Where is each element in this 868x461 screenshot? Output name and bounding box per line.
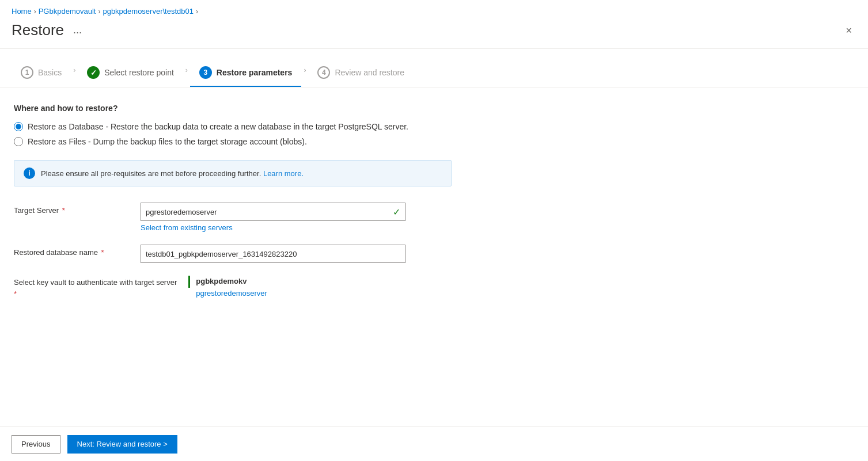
keyvault-name: pgbkpdemokv <box>188 276 267 288</box>
step-restore-point-circle: ✓ <box>87 66 100 79</box>
restore-as-database-label: Restore as Database - Restore the backup… <box>28 122 408 131</box>
step-arrow-2: › <box>183 66 190 74</box>
restore-as-files-option[interactable]: Restore as Files - Dump the backup files… <box>14 137 505 146</box>
restore-as-database-radio[interactable] <box>14 122 23 131</box>
info-message: Please ensure all pre-requisites are met… <box>41 169 261 178</box>
step-restore-params-label: Restore parameters <box>217 68 293 77</box>
breadcrumb-home[interactable]: Home <box>12 7 32 16</box>
step-basics-circle: 1 <box>21 66 33 79</box>
keyvault-label: Select key vault to authenticate with ta… <box>14 276 177 299</box>
page-header: Restore ... × <box>0 19 868 48</box>
target-server-check-icon: ✓ <box>393 207 400 218</box>
step-restore-point-label: Select restore point <box>104 68 174 77</box>
breadcrumb-sep-2: › <box>98 7 100 16</box>
restored-db-name-required: * <box>99 248 104 257</box>
breadcrumb-server[interactable]: pgbkpdemoserver\testdb01 <box>103 7 194 16</box>
keyvault-server-link[interactable]: pgrestoredemoserver <box>188 289 267 298</box>
target-server-value: pgrestoredemoserver <box>146 208 217 216</box>
section-title: Where and how to restore? <box>14 104 505 113</box>
info-icon: i <box>24 167 35 179</box>
breadcrumb-vault[interactable]: PGbkpdemovault <box>39 7 96 16</box>
step-restore-parameters[interactable]: 3 Restore parameters <box>190 60 302 87</box>
select-existing-servers-link[interactable]: Select from existing servers <box>141 223 405 232</box>
breadcrumb-sep-3: › <box>196 7 198 16</box>
restored-db-name-row: Restored database name * <box>14 245 505 263</box>
info-text: Please ensure all pre-requisites are met… <box>41 169 304 178</box>
step-review-circle: 4 <box>317 66 330 79</box>
page-title-row: Restore ... <box>12 21 85 39</box>
restore-as-database-option[interactable]: Restore as Database - Restore the backup… <box>14 122 505 131</box>
steps-bar: 1 Basics › ✓ Select restore point › 3 Re… <box>0 49 868 87</box>
page-title: Restore <box>12 21 64 39</box>
step-review-label: Review and restore <box>335 68 404 77</box>
restored-db-name-field-col <box>141 245 405 263</box>
step-basics[interactable]: 1 Basics <box>12 60 71 87</box>
more-options-button[interactable]: ... <box>70 23 85 37</box>
learn-more-link[interactable]: Learn more. <box>263 169 304 178</box>
restored-db-name-label: Restored database name * <box>14 245 129 257</box>
step-arrow-1: › <box>71 66 78 74</box>
restore-as-files-label: Restore as Files - Dump the backup files… <box>28 137 307 146</box>
keyvault-value-col: pgbkpdemokv pgrestoredemoserver <box>188 276 267 298</box>
breadcrumb: Home › PGbkpdemovault › pgbkpdemoserver\… <box>0 0 868 19</box>
previous-button[interactable]: Previous <box>12 435 60 454</box>
target-server-required: * <box>60 206 65 215</box>
keyvault-section: Select key vault to authenticate with ta… <box>14 276 505 299</box>
next-button[interactable]: Next: Review and restore > <box>67 435 177 454</box>
target-server-field-col: pgrestoredemoserver ✓ Select from existi… <box>141 203 405 232</box>
restore-as-files-radio[interactable] <box>14 137 23 146</box>
step-basics-label: Basics <box>38 68 62 77</box>
target-server-row: Target Server * pgrestoredemoserver ✓ Se… <box>14 203 505 232</box>
step-arrow-3: › <box>301 66 308 74</box>
info-banner: i Please ensure all pre-requisites are m… <box>14 160 452 186</box>
step-select-restore-point[interactable]: ✓ Select restore point <box>78 60 183 87</box>
step-review-restore[interactable]: 4 Review and restore <box>308 60 414 87</box>
close-button[interactable]: × <box>841 23 856 38</box>
restored-db-name-input[interactable] <box>141 245 405 263</box>
target-server-input-wrapper[interactable]: pgrestoredemoserver ✓ <box>141 203 405 221</box>
restore-type-group: Restore as Database - Restore the backup… <box>14 122 505 146</box>
breadcrumb-sep-1: › <box>34 7 36 16</box>
keyvault-required-star: * <box>14 289 17 298</box>
main-content: Where and how to restore? Restore as Dat… <box>0 87 518 323</box>
footer: Previous Next: Review and restore > <box>0 426 868 461</box>
target-server-label: Target Server * <box>14 203 129 215</box>
step-restore-params-circle: 3 <box>199 66 212 79</box>
